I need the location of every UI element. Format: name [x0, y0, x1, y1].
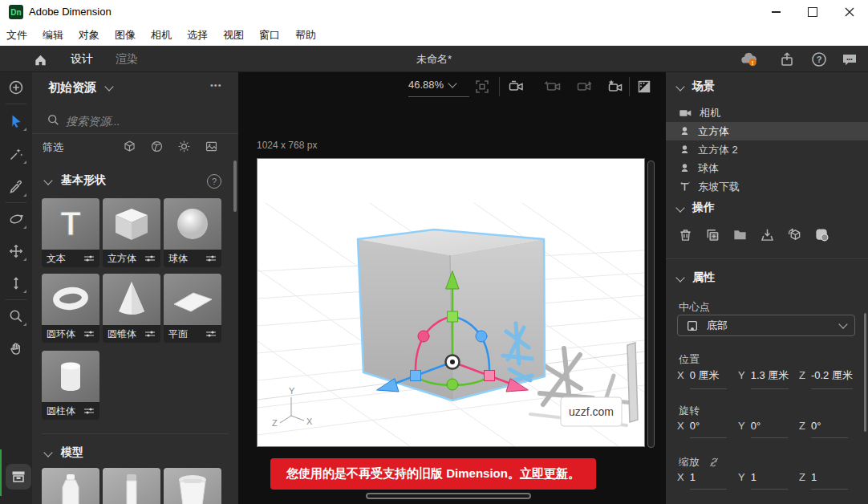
asset-card-torus[interactable]: 圆环体 — [42, 274, 99, 343]
scene-item-sphere[interactable]: 球体 — [666, 159, 868, 177]
fit-to-frame-icon[interactable] — [474, 79, 490, 95]
rotation-x-field[interactable]: X0° — [677, 420, 727, 438]
scale-x-field[interactable]: X1 — [677, 471, 727, 490]
camera-undo-icon[interactable] — [543, 79, 561, 95]
asset-card-plane[interactable]: 平面 — [164, 274, 221, 343]
search-input[interactable] — [64, 114, 220, 128]
sliders-icon[interactable] — [205, 330, 217, 338]
move-tool[interactable] — [0, 238, 32, 265]
asset-card-model-bottle2[interactable] — [103, 468, 160, 504]
gizmo-rotate-handle-blue[interactable] — [476, 331, 487, 342]
add-content-button[interactable] — [0, 74, 32, 101]
asset-card-sphere[interactable]: 球体 — [164, 198, 221, 267]
rotation-z-field[interactable]: Z0° — [799, 420, 848, 438]
chevron-down-icon[interactable] — [104, 82, 113, 91]
render-preview-icon[interactable] — [636, 79, 652, 95]
gizmo-y-scale-handle[interactable] — [448, 311, 458, 322]
sampler-tool[interactable] — [0, 173, 32, 201]
sliders-icon[interactable] — [144, 330, 156, 338]
gizmo-rotate-handle-pink[interactable] — [418, 331, 429, 342]
filter-models-icon[interactable] — [123, 140, 136, 153]
scale-tool[interactable] — [0, 270, 32, 297]
sliders-icon[interactable] — [83, 254, 95, 262]
assets-scrollbar[interactable] — [233, 161, 237, 212]
asset-card-cylinder[interactable]: 圆柱体 — [42, 351, 99, 420]
position-x-field[interactable]: X0 厘米 — [677, 368, 727, 389]
shapes-help-button[interactable]: ? — [207, 174, 221, 189]
sliders-icon[interactable] — [205, 254, 217, 262]
close-button[interactable] — [831, 0, 868, 24]
group-button[interactable] — [730, 225, 749, 244]
scene-item-camera[interactable]: 相机 — [666, 104, 868, 122]
asset-card-cube[interactable]: 立方体 — [103, 198, 160, 267]
help-button[interactable]: ? — [809, 50, 829, 69]
filter-lights-icon[interactable] — [177, 140, 191, 153]
scene-item-3d-text[interactable]: 东坡下载 — [666, 177, 868, 196]
menu-camera[interactable]: 相机 — [146, 28, 176, 43]
sliders-icon[interactable] — [144, 254, 156, 262]
viewport-vertical-scrollbar[interactable] — [647, 161, 655, 448]
maximize-button[interactable] — [794, 0, 831, 24]
scene-item-cube[interactable]: 立方体 — [666, 122, 868, 140]
new-camera-icon[interactable] — [508, 79, 525, 95]
select-tool[interactable] — [0, 108, 32, 135]
sliders-icon[interactable] — [83, 407, 95, 415]
scale-y-field[interactable]: Y1 — [738, 471, 788, 490]
gizmo-z-scale-handle[interactable] — [485, 371, 495, 381]
sliders-icon[interactable] — [83, 330, 95, 338]
delete-button[interactable] — [675, 225, 695, 244]
apply-material-button[interactable] — [812, 225, 831, 244]
menu-image[interactable]: 图像 — [110, 28, 140, 43]
zoom-tool[interactable] — [0, 303, 32, 330]
menu-select[interactable]: 选择 — [182, 28, 213, 43]
sync-status-button[interactable]: ! — [740, 50, 759, 69]
orbit-tool[interactable] — [0, 205, 32, 233]
filter-materials-icon[interactable] — [150, 140, 164, 153]
home-button[interactable] — [30, 50, 50, 69]
section-collapse-icon[interactable] — [43, 448, 52, 457]
chevron-down-icon[interactable] — [675, 273, 684, 282]
zoom-control[interactable]: 46.88% — [408, 79, 456, 91]
section-collapse-icon[interactable] — [43, 176, 52, 185]
menu-file[interactable]: 文件 — [2, 28, 32, 43]
menu-view[interactable]: 视图 — [218, 28, 249, 43]
menu-object[interactable]: 对象 — [74, 28, 104, 43]
menu-edit[interactable]: 编辑 — [38, 28, 68, 43]
scene-item-cube2[interactable]: 立方体 2 — [666, 140, 868, 159]
position-z-field[interactable]: Z-0.2 厘米 — [799, 368, 853, 389]
content-panel-toggle[interactable] — [6, 464, 31, 490]
chevron-down-icon[interactable] — [675, 203, 684, 212]
gizmo-x-scale-handle[interactable] — [411, 371, 421, 381]
camera-bookmark-icon[interactable] — [606, 79, 623, 95]
position-y-field[interactable]: Y1.3 厘米 — [738, 368, 789, 389]
magic-wand-tool[interactable] — [0, 140, 32, 168]
pivot-dropdown[interactable]: 底部 — [677, 315, 855, 336]
menu-window[interactable]: 窗口 — [254, 28, 285, 43]
update-now-link[interactable]: 立即更新 — [520, 466, 568, 482]
right-panel-scrollbar[interactable] — [864, 313, 866, 432]
panel-options-button[interactable]: ••• — [210, 80, 222, 90]
chevron-down-icon[interactable] — [675, 82, 684, 91]
viewport-canvas[interactable]: Y Z X uzzf.com — [257, 158, 645, 447]
asset-card-model-bottle[interactable] — [42, 468, 99, 504]
minimize-button[interactable] — [757, 0, 794, 24]
asset-card-text[interactable]: T 文本 — [42, 198, 99, 267]
menu-help[interactable]: 帮助 — [290, 28, 321, 43]
tab-render[interactable]: 渲染 — [116, 46, 138, 72]
pan-tool[interactable] — [0, 335, 32, 362]
gizmo-rotate-handle-green[interactable] — [447, 379, 458, 390]
duplicate-button[interactable] — [703, 225, 722, 244]
scale-z-field[interactable]: Z1 — [799, 471, 848, 490]
flip-object-button[interactable] — [785, 225, 804, 244]
asset-card-cone[interactable]: 圆锥体 — [103, 274, 160, 343]
unlink-icon[interactable] — [708, 456, 720, 469]
viewport-horizontal-scrollbar[interactable] — [366, 493, 531, 499]
share-button[interactable] — [777, 50, 797, 69]
asset-card-model-cup[interactable] — [164, 468, 221, 504]
filter-images-icon[interactable] — [205, 140, 218, 153]
feedback-button[interactable]: ••• — [840, 50, 859, 69]
camera-redo-icon[interactable] — [575, 79, 593, 95]
rotation-y-field[interactable]: Y0° — [738, 420, 788, 438]
export-button[interactable] — [757, 225, 777, 244]
tab-design[interactable]: 设计 — [71, 46, 93, 74]
